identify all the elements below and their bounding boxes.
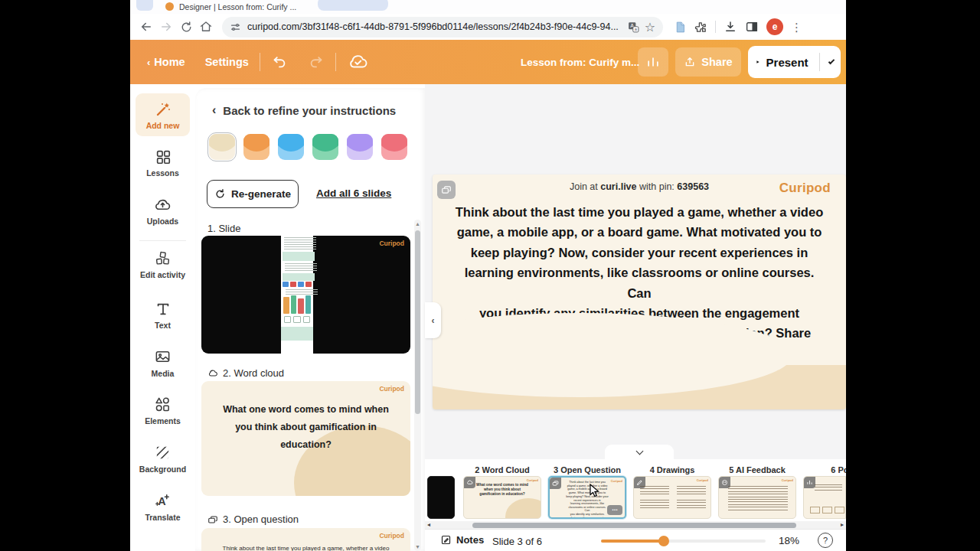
url-bar[interactable]: curipod.com/3bf31f48-c6f1-44db-8791-5f99… (222, 17, 663, 37)
add-all-slides-link[interactable]: Add all 6 slides (316, 187, 391, 199)
sidebar-item-lessons[interactable]: Lessons (130, 148, 195, 178)
scroll-up-icon[interactable]: ▲ (415, 221, 420, 227)
desktop: Designer | Lesson from: Curify ... curip… (0, 0, 980, 551)
filmstrip-thumb-5[interactable]: Curipod (718, 476, 796, 519)
sidebar-item-background[interactable]: Background (130, 444, 195, 474)
background-pattern-icon (154, 444, 172, 461)
theme-swatch-red[interactable] (381, 134, 407, 160)
forward-button[interactable] (156, 17, 176, 37)
browser-toolbar: curipod.com/3bf31f48-c6f1-44db-8791-5f99… (130, 14, 846, 40)
generation-panel: ‹ Back to refine your instructions Re-ge… (195, 88, 425, 551)
chrome-menu-icon[interactable]: ⋮ (791, 21, 802, 33)
download-icon[interactable] (724, 20, 737, 34)
filmstrip-label-3: 3 Open Question (548, 465, 626, 474)
tab-search-button[interactable] (136, 0, 153, 11)
tab-title: Designer | Lesson from: Curify ... (179, 2, 296, 11)
slide-position-indicator: Slide 3 of 6 (492, 536, 542, 547)
filmstrip-scrollbar[interactable]: ◂ ▸ (425, 521, 846, 529)
sidebar-item-text[interactable]: Text (130, 301, 195, 330)
browser-tab-inactive[interactable] (318, 0, 388, 11)
magic-wand-icon (154, 100, 172, 119)
theme-swatches (209, 134, 407, 160)
sidebar-item-media[interactable]: Media (130, 348, 195, 378)
thumb3-text: Think about the last time you played a g… (566, 481, 609, 519)
collapse-panel-button[interactable]: ‹ (425, 302, 441, 338)
header-divider (260, 53, 260, 71)
translate-icon[interactable]: Aa (627, 21, 640, 34)
tab-favicon (165, 2, 174, 11)
translate-language-icon: A (154, 492, 172, 510)
browser-tab[interactable]: Designer | Lesson from: Curify ... (158, 0, 326, 14)
reload-button[interactable] (176, 17, 196, 37)
panel-scrollbar-thumb[interactable] (415, 230, 420, 414)
site-info-icon[interactable] (230, 21, 241, 33)
present-dropdown-icon[interactable] (828, 57, 835, 64)
back-button[interactable] (136, 17, 156, 37)
home-button[interactable] (196, 17, 216, 37)
extensions-puzzle-icon[interactable] (694, 21, 707, 34)
blocks-icon (154, 249, 172, 267)
filmstrip-thumb-1[interactable] (427, 476, 455, 519)
scroll-down-icon[interactable]: ▼ (415, 544, 420, 549)
insights-button[interactable] (638, 47, 668, 77)
decorative-wave (433, 365, 846, 409)
toolbar-separator (715, 21, 716, 33)
tool-sidebar: Add new Lessons Uploads Edit activity Te… (130, 84, 195, 551)
reload-icon (180, 21, 193, 34)
back-to-instructions-button[interactable]: ‹ Back to refine your instructions (212, 103, 396, 117)
sidebar-item-add-new[interactable]: Add new (136, 93, 190, 136)
bar-chart-icon (645, 54, 661, 70)
filmstrip-thumb-6[interactable] (803, 476, 846, 519)
open-question-icon (207, 514, 218, 525)
refresh-icon (214, 188, 226, 200)
help-button[interactable]: ? (818, 533, 833, 548)
filmstrip-thumb-3-selected[interactable]: Curipod Think about the last time you pl… (548, 476, 626, 519)
generated-slide-1-thumbnail[interactable]: Curipod (201, 236, 410, 354)
sidebar-divider (139, 240, 186, 241)
sidebar-item-uploads[interactable]: Uploads (130, 196, 195, 226)
home-nav-button[interactable]: ‹Home (147, 56, 185, 68)
panel-scrollbar[interactable]: ▲ ▼ (414, 220, 421, 551)
bookmark-star-icon[interactable]: ☆ (645, 20, 655, 34)
notes-button[interactable]: Notes (440, 534, 484, 546)
chevron-down-icon (635, 448, 643, 455)
side-panel-icon[interactable] (745, 20, 759, 34)
url-text: curipod.com/3bf31f48-c6f1-44db-8791-5f99… (247, 21, 621, 32)
undo-button[interactable] (271, 54, 288, 70)
scroll-left-icon[interactable]: ◂ (427, 521, 430, 528)
redo-button[interactable] (308, 54, 325, 70)
zoom-slider-handle[interactable] (658, 536, 669, 546)
decorative-blob (505, 498, 541, 519)
generated-slide-3-thumbnail[interactable]: Curipod Think about the last time you pl… (201, 528, 410, 551)
scroll-right-icon[interactable]: ▸ (841, 521, 844, 528)
theme-swatch-cream[interactable] (209, 134, 235, 160)
notes-pencil-icon (440, 534, 452, 546)
share-button[interactable]: Share (675, 47, 741, 77)
generated-slide-2-thumbnail[interactable]: Curipod What one word comes to mind when… (201, 381, 410, 496)
chevron-left-icon: ‹ (212, 103, 216, 117)
sidebar-item-edit-activity[interactable]: Edit activity (130, 249, 195, 279)
slide-filmstrip: 2 Word Cloud 3 Open Question 4 Drawings … (425, 459, 846, 528)
extension-doc-icon[interactable] (674, 21, 687, 34)
theme-swatch-blue[interactable] (278, 134, 304, 160)
current-slide[interactable]: Join at curi.live with pin: 639563 Curip… (433, 174, 846, 409)
settings-nav-button[interactable]: Settings (205, 56, 249, 68)
zoom-slider[interactable] (601, 540, 766, 543)
filmstrip-thumb-4[interactable]: Curipod (633, 476, 711, 519)
word-cloud-icon (207, 368, 218, 379)
theme-swatch-orange[interactable] (243, 134, 270, 160)
profile-avatar[interactable]: e (766, 18, 783, 35)
theme-swatch-purple[interactable] (347, 134, 373, 160)
browser-tabstrip: Designer | Lesson from: Curify ... (130, 0, 846, 14)
filmstrip-thumb-2[interactable]: Curipod What one word comes to mind when… (463, 476, 541, 519)
sidebar-item-translate[interactable]: A Translate (130, 492, 195, 522)
cloud-check-icon (347, 52, 370, 72)
media-image-icon (154, 348, 172, 366)
regenerate-button[interactable]: Re-generate (207, 180, 299, 208)
thumb-more-menu[interactable]: ... (607, 505, 622, 515)
filmstrip-scrollbar-thumb[interactable] (472, 523, 796, 528)
filmstrip-toggle-button[interactable] (605, 445, 674, 460)
sidebar-item-elements[interactable]: Elements (130, 396, 195, 425)
present-button[interactable]: Present (748, 46, 841, 78)
theme-swatch-green[interactable] (312, 134, 338, 160)
